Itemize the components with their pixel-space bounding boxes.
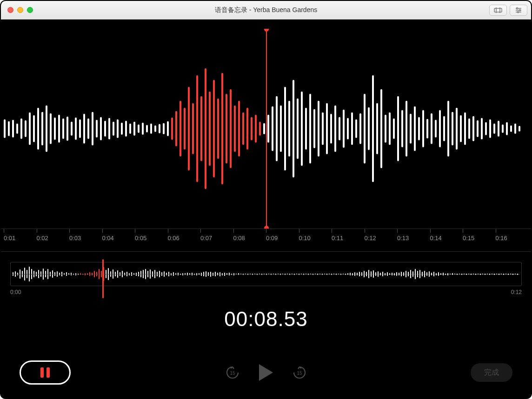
waveform-bar	[435, 120, 437, 137]
waveform-bar	[406, 101, 407, 157]
waveform-bar	[180, 101, 181, 157]
waveform-bar	[468, 118, 470, 139]
ruler-tick-label: 0:01	[4, 235, 15, 242]
waveform-bar	[397, 96, 399, 161]
waveform-bar	[66, 117, 68, 141]
waveform-bar	[83, 114, 85, 144]
waveform-bar	[41, 112, 43, 145]
waveform-bar	[251, 117, 253, 140]
waveform-bar	[284, 87, 286, 170]
skip-fwd-label: 15	[297, 371, 302, 376]
waveform-bar	[71, 122, 73, 136]
waveform-bar	[477, 120, 479, 137]
waveform-bar	[351, 112, 353, 145]
ruler-tick-label: 0:13	[397, 235, 409, 242]
waveform-bar	[418, 117, 420, 140]
waveform-bar	[339, 117, 340, 140]
waveform-bar	[368, 107, 370, 150]
ruler-tick-label: 0:04	[102, 235, 114, 242]
waveform-bar	[205, 68, 206, 189]
ruler-tick-label: 0:16	[496, 235, 507, 242]
waveform-bar	[502, 124, 504, 133]
waveform-bar	[347, 118, 349, 139]
overview-playhead[interactable]	[102, 259, 104, 298]
skip-back-15-button[interactable]: 15	[225, 365, 240, 380]
app-window: 语音备忘录 - Yerba Buena Gardens 0:010:020:03…	[0, 0, 532, 399]
waveform-bar	[217, 98, 219, 159]
waveform-bar	[129, 124, 131, 134]
settings-button[interactable]	[510, 5, 527, 16]
waveform-bar	[20, 118, 22, 139]
waveform-bar	[330, 114, 332, 144]
waveform-bar	[305, 108, 307, 150]
waveform-overview[interactable]: 0:00 0:12	[10, 262, 522, 295]
transport-controls: 15 15 完成	[1, 352, 531, 398]
waveform-bar	[242, 112, 244, 145]
waveform-bar	[154, 125, 156, 132]
ruler-tick: 0:10	[299, 229, 332, 251]
waveform-bar	[255, 115, 257, 143]
waveform-bar	[464, 112, 466, 145]
done-button[interactable]: 完成	[471, 363, 512, 382]
waveform-bar	[267, 115, 269, 143]
waveform-bar	[318, 101, 319, 157]
waveform-bar	[472, 116, 474, 141]
ruler-tick: 0:06	[168, 229, 201, 251]
waveform-bar	[29, 112, 31, 145]
titlebar-right-controls	[489, 5, 527, 16]
svg-rect-0	[494, 8, 502, 12]
ruler-tick: 0:04	[102, 229, 135, 251]
waveform-bar	[226, 94, 227, 164]
ruler-tick-label: 0:11	[332, 235, 343, 242]
ruler-tick: 0:12	[365, 229, 398, 251]
waveform-bar	[46, 105, 47, 152]
waveform-bar	[272, 106, 273, 151]
waveform-bar	[456, 108, 458, 150]
waveform-bar	[519, 126, 520, 131]
waveform-bar	[175, 111, 177, 146]
waveform-bar	[142, 123, 144, 135]
waveform-bar	[301, 92, 303, 166]
skip-forward-15-button[interactable]: 15	[292, 365, 307, 380]
pause-record-button[interactable]	[20, 360, 71, 385]
waveform-bar	[263, 123, 265, 134]
ruler-tick: 0:16	[496, 229, 529, 251]
time-ruler[interactable]: 0:010:020:030:040:050:060:070:080:090:10…	[1, 229, 531, 252]
waveform-bar	[443, 116, 445, 141]
overview-midline	[13, 274, 519, 275]
ruler-tick-label: 0:10	[299, 235, 311, 242]
waveform-bar	[234, 105, 236, 152]
waveform-bar	[393, 118, 395, 139]
waveform-bar	[355, 119, 357, 138]
waveform-main[interactable]	[1, 29, 531, 229]
ruler-tick: 0:13	[397, 229, 430, 251]
waveform-bar	[414, 106, 416, 151]
waveform-bar	[50, 113, 52, 144]
ruler-tick-label: 0:08	[233, 235, 245, 242]
waveform-bar	[58, 115, 60, 143]
waveform-bar	[221, 73, 223, 184]
ruler-tick-label: 0:12	[365, 235, 376, 242]
ruler-tick: 0:11	[332, 229, 365, 251]
waveform-bar	[150, 124, 152, 134]
playhead[interactable]	[266, 29, 267, 229]
ruler-tick: 0:08	[233, 229, 266, 251]
overview-end-time: 0:12	[511, 289, 522, 295]
waveform-bar	[493, 124, 495, 134]
waveform-bar	[108, 118, 110, 139]
waveform-bar	[92, 112, 93, 145]
waveform-bar	[171, 118, 173, 140]
waveform-bar	[326, 103, 328, 154]
ruler-tick: 0:14	[430, 229, 463, 251]
play-button[interactable]	[259, 364, 273, 381]
pause-icon	[47, 367, 50, 378]
waveform-bar	[79, 119, 81, 138]
waveform-bar	[8, 121, 10, 136]
ruler-tick: 0:05	[135, 229, 168, 251]
waveform-bar	[246, 108, 248, 150]
trim-button[interactable]	[489, 5, 507, 16]
ruler-tick-label: 0:02	[37, 235, 48, 242]
waveform-bar	[385, 115, 386, 143]
waveform-bar	[117, 119, 119, 138]
waveform-bar	[376, 103, 378, 154]
